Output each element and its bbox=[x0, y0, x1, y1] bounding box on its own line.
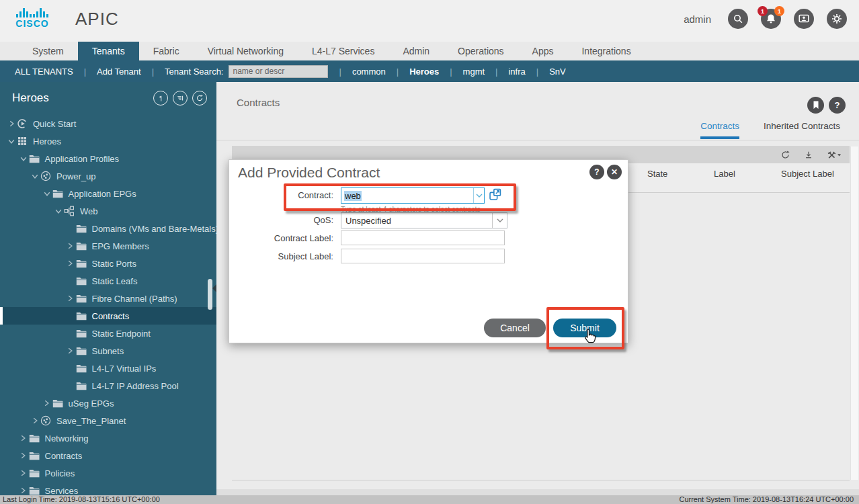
column-header-subject-label[interactable]: Subject Label bbox=[781, 169, 842, 179]
tree-item-web[interactable]: Web bbox=[0, 202, 216, 220]
refresh-icon[interactable] bbox=[192, 91, 207, 106]
tenant-search-input[interactable] bbox=[229, 65, 328, 78]
nav-tab-admin[interactable]: Admin bbox=[388, 42, 444, 60]
tree-item-l4-l7-virtual-ips[interactable]: L4-L7 Virtual IPs bbox=[0, 360, 216, 377]
tab-contracts[interactable]: Contracts bbox=[700, 121, 739, 139]
nav-tab-system[interactable]: System bbox=[18, 42, 78, 60]
tree-item-save-the-planet[interactable]: Save_The_Planet bbox=[0, 412, 216, 429]
folder-icon bbox=[28, 434, 40, 443]
sidebar-collapse-handle[interactable] bbox=[212, 284, 216, 292]
tree-item-subnets[interactable]: Subnets bbox=[0, 342, 216, 360]
search-icon[interactable] bbox=[728, 9, 748, 29]
cisco-logo-text: CISCO bbox=[13, 18, 51, 29]
tree-item-quick-start[interactable]: Quick Start bbox=[0, 115, 216, 132]
nav-tab-virtual-networking[interactable]: Virtual Networking bbox=[194, 42, 298, 60]
tree-item-contracts[interactable]: Contracts bbox=[0, 447, 216, 464]
tree-item-epg-members[interactable]: EPG Members bbox=[0, 237, 216, 255]
actions-icon[interactable] bbox=[827, 150, 842, 160]
status-bar: Last Login Time: 2019-08-13T15:16 UTC+00… bbox=[0, 495, 859, 504]
tree-closed-arrow-icon[interactable] bbox=[66, 347, 75, 354]
nav-tab-operations[interactable]: Operations bbox=[444, 42, 518, 60]
tree-item-policies[interactable]: Policies bbox=[0, 464, 216, 482]
cancel-button[interactable]: Cancel bbox=[484, 319, 546, 337]
tree-item-fibre-channel-paths[interactable]: Fibre Channel (Paths) bbox=[0, 290, 216, 307]
qos-select[interactable]: Unspecified bbox=[341, 212, 507, 228]
tree-open-arrow-icon[interactable] bbox=[19, 157, 28, 161]
sidebar-scrollbar[interactable] bbox=[208, 279, 212, 310]
tree-closed-arrow-icon[interactable] bbox=[19, 435, 28, 442]
all-tenants-link[interactable]: ALL TENANTS bbox=[15, 67, 73, 77]
tenant-link-infra[interactable]: infra bbox=[508, 67, 525, 77]
tree-item-services[interactable]: Services bbox=[0, 482, 216, 495]
tenant-link-common[interactable]: common bbox=[352, 67, 386, 77]
settings-gear-icon[interactable] bbox=[827, 9, 847, 29]
system-tools-icon[interactable] bbox=[794, 9, 814, 29]
tree-closed-arrow-icon[interactable] bbox=[30, 417, 40, 424]
add-tenant-link[interactable]: Add Tenant bbox=[97, 67, 141, 77]
tab-inherited-contracts[interactable]: Inherited Contracts bbox=[764, 121, 840, 139]
tree-closed-arrow-icon[interactable] bbox=[66, 243, 75, 249]
epg-icon bbox=[63, 206, 75, 216]
nav-tab-apps[interactable]: Apps bbox=[518, 42, 568, 60]
nav-tab-l4-l7-services[interactable]: L4-L7 Services bbox=[298, 42, 388, 60]
tenant-link-snv[interactable]: SnV bbox=[549, 67, 566, 77]
open-selector-icon[interactable] bbox=[489, 188, 501, 203]
dialog-help-icon[interactable]: ? bbox=[589, 165, 604, 179]
tenant-link-mgmt[interactable]: mgmt bbox=[463, 67, 485, 77]
tree-closed-arrow-icon[interactable] bbox=[19, 487, 28, 494]
submit-button[interactable]: Submit bbox=[553, 319, 616, 337]
tree-closed-arrow-icon[interactable] bbox=[19, 470, 28, 476]
subject-label-input[interactable] bbox=[341, 249, 505, 263]
tree-item-heroes[interactable]: Heroes bbox=[0, 132, 216, 150]
bookmark-icon[interactable] bbox=[807, 97, 824, 114]
tree-item-static-leafs[interactable]: Static Leafs bbox=[0, 272, 216, 290]
tree-closed-arrow-icon[interactable] bbox=[7, 120, 16, 127]
tree-item-l4-l7-ip-address-pool[interactable]: L4-L7 IP Address Pool bbox=[0, 377, 216, 394]
tree-closed-arrow-icon[interactable] bbox=[66, 260, 75, 267]
tree-item-useg-epgs[interactable]: uSeg EPGs bbox=[0, 394, 216, 412]
alert-badge-critical: 1 bbox=[758, 6, 768, 16]
folder-icon bbox=[52, 190, 64, 198]
tree-open-arrow-icon[interactable] bbox=[54, 209, 63, 214]
tree-item-static-endpoint[interactable]: Static Endpoint bbox=[0, 325, 216, 342]
tenant-link-heroes[interactable]: Heroes bbox=[409, 67, 439, 77]
tree-item-static-ports[interactable]: Static Ports bbox=[0, 255, 216, 272]
tree-item-label: L4-L7 IP Address Pool bbox=[92, 381, 179, 391]
tree-item-label: Power_up bbox=[56, 171, 96, 181]
pin-icon[interactable] bbox=[153, 91, 168, 106]
folder-icon bbox=[75, 277, 87, 286]
options-icon[interactable] bbox=[173, 91, 188, 106]
tree-item-networking[interactable]: Networking bbox=[0, 429, 216, 447]
chevron-down-icon[interactable] bbox=[473, 188, 484, 203]
tree-item-label: Quick Start bbox=[33, 119, 76, 129]
refresh-icon[interactable] bbox=[780, 150, 790, 160]
contract-label-input[interactable] bbox=[341, 230, 505, 245]
notifications-bell-icon[interactable]: 1 1 bbox=[761, 9, 781, 29]
tree-item-application-epgs[interactable]: Application EPGs bbox=[0, 185, 216, 202]
tree-item-contracts[interactable]: Contracts bbox=[0, 307, 216, 325]
tree-item-domains-vms-and-bare-metals[interactable]: Domains (VMs and Bare-Metals) bbox=[0, 220, 216, 237]
column-header-state[interactable]: State bbox=[647, 169, 708, 179]
tree-item-label: Application Profiles bbox=[45, 154, 120, 164]
tree-item-label: Save_The_Planet bbox=[56, 416, 126, 426]
download-icon[interactable] bbox=[804, 150, 813, 160]
tree-closed-arrow-icon[interactable] bbox=[19, 452, 28, 459]
tree-open-arrow-icon[interactable] bbox=[30, 174, 40, 179]
help-icon[interactable]: ? bbox=[829, 97, 846, 114]
tree-open-arrow-icon[interactable] bbox=[7, 139, 16, 144]
nav-tab-tenants[interactable]: Tenants bbox=[78, 42, 139, 60]
tree-item-power-up[interactable]: Power_up bbox=[0, 167, 216, 185]
nav-tab-fabric[interactable]: Fabric bbox=[139, 42, 194, 60]
dialog-close-icon[interactable]: ✕ bbox=[607, 165, 622, 179]
username: admin bbox=[684, 13, 711, 25]
chevron-down-icon[interactable] bbox=[492, 213, 507, 228]
tree-closed-arrow-icon[interactable] bbox=[42, 400, 52, 407]
nav-tab-integrations[interactable]: Integrations bbox=[567, 42, 645, 60]
table-scrollbar[interactable] bbox=[850, 146, 858, 480]
tree-open-arrow-icon[interactable] bbox=[42, 192, 52, 196]
column-header-label[interactable]: Label bbox=[714, 169, 774, 179]
contract-combobox[interactable]: web bbox=[341, 187, 485, 204]
building-icon bbox=[16, 136, 28, 146]
tree-closed-arrow-icon[interactable] bbox=[66, 295, 75, 302]
tree-item-application-profiles[interactable]: Application Profiles bbox=[0, 150, 216, 167]
